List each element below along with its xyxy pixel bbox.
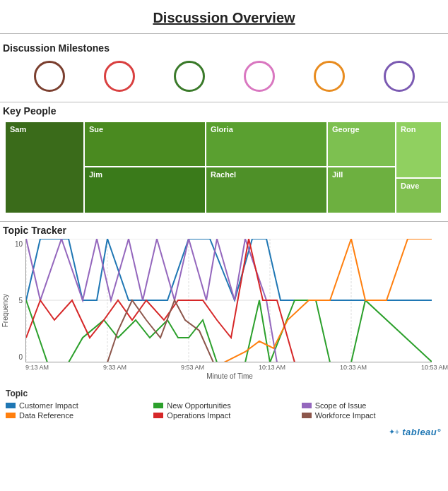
milestone-circle-1 bbox=[104, 61, 135, 92]
chart-inner: 10 5 0 bbox=[11, 239, 448, 383]
legend-label-1: New Opportunities bbox=[167, 401, 231, 410]
legend-label-3: Data Reference bbox=[19, 411, 73, 420]
chart-container: Frequency 10 5 0 bbox=[0, 239, 448, 383]
y-axis-label: Frequency bbox=[0, 294, 11, 327]
topic-tracker-label: Topic Tracker bbox=[0, 222, 448, 239]
milestones-label: Discussion Milestones bbox=[0, 40, 448, 57]
treemap-cell-sue: Sue bbox=[85, 122, 205, 166]
y-tick-5: 5 bbox=[18, 297, 23, 304]
legend-title: Topic bbox=[6, 389, 442, 398]
legend-grid: Customer ImpactNew OpportunitiesScope of… bbox=[6, 401, 442, 420]
legend-item-3: Data Reference bbox=[6, 411, 146, 420]
topic-chart-svg bbox=[25, 239, 432, 362]
treemap-cell-jill: Jill bbox=[328, 167, 395, 213]
milestone-circle-5 bbox=[384, 61, 415, 92]
legend-label-2: Scope of Issue bbox=[315, 401, 367, 410]
x-label-5: 10:33 AM bbox=[340, 364, 367, 371]
x-axis-title: Minute of Time bbox=[11, 372, 448, 380]
key-people-section: Key People SamSueJimGloriaRachelGeorgeJi… bbox=[0, 102, 448, 222]
y-tick-10: 10 bbox=[15, 240, 23, 248]
treemap-col-3: GeorgeJill bbox=[328, 122, 395, 215]
legend-color-2 bbox=[302, 403, 312, 408]
treemap-cell-ron: Ron bbox=[396, 122, 441, 177]
chart-svg-row: 10 5 0 bbox=[11, 239, 448, 362]
x-label-1: 9:13 AM bbox=[25, 364, 49, 371]
treemap-cell-jim: Jim bbox=[85, 167, 205, 213]
legend-item-0: Customer Impact bbox=[6, 401, 146, 410]
legend-color-4 bbox=[153, 413, 163, 418]
treemap-col-4: RonDave bbox=[396, 122, 441, 215]
milestones-row bbox=[0, 57, 448, 96]
legend-color-3 bbox=[6, 413, 16, 418]
legend-color-0 bbox=[6, 403, 16, 408]
page-title: Discussion Overview bbox=[0, 0, 448, 33]
legend-label-0: Customer Impact bbox=[19, 401, 78, 410]
legend-item-2: Scope of Issue bbox=[302, 401, 442, 410]
milestone-circle-4 bbox=[314, 61, 345, 92]
treemap-col-0: Sam bbox=[6, 122, 83, 215]
key-people-label: Key People bbox=[0, 102, 448, 119]
tableau-logo-icon: ✦+ bbox=[389, 427, 399, 437]
treemap-cell-rachel: Rachel bbox=[206, 167, 326, 213]
milestone-circle-2 bbox=[174, 61, 205, 92]
legend-item-1: New Opportunities bbox=[153, 401, 294, 410]
topic-tracker-section: Topic Tracker Frequency 10 5 0 bbox=[0, 222, 448, 386]
milestones-section: Discussion Milestones bbox=[0, 33, 448, 102]
treemap: SamSueJimGloriaRachelGeorgeJillRonDave bbox=[6, 122, 441, 215]
tableau-logo-text: tableau° bbox=[402, 427, 441, 437]
x-label-3: 9:53 AM bbox=[181, 364, 204, 371]
y-ticks: 10 5 0 bbox=[11, 239, 25, 362]
x-axis-labels: 9:13 AM 9:33 AM 9:53 AM 10:13 AM 10:33 A… bbox=[25, 362, 448, 372]
y-tick-0: 0 bbox=[18, 353, 23, 361]
milestone-circle-3 bbox=[244, 61, 275, 92]
legend-item-4: Operations Impact bbox=[153, 411, 294, 420]
legend-color-1 bbox=[153, 403, 163, 408]
treemap-cell-george: George bbox=[328, 122, 395, 166]
tableau-footer: ✦+ tableau° bbox=[0, 422, 448, 440]
treemap-col-1: SueJim bbox=[85, 122, 205, 215]
legend-label-4: Operations Impact bbox=[167, 411, 230, 420]
x-label-6: 10:53 AM bbox=[421, 364, 448, 371]
legend-section: Topic Customer ImpactNew OpportunitiesSc… bbox=[0, 386, 448, 422]
treemap-col-2: GloriaRachel bbox=[206, 122, 326, 215]
x-label-4: 10:13 AM bbox=[259, 364, 285, 371]
legend-label-5: Workforce Impact bbox=[315, 411, 376, 420]
treemap-cell-gloria: Gloria bbox=[206, 122, 326, 166]
legend-color-5 bbox=[302, 413, 312, 418]
treemap-cell-sam: Sam bbox=[6, 122, 83, 213]
x-label-2: 9:33 AM bbox=[103, 364, 126, 371]
legend-item-5: Workforce Impact bbox=[302, 411, 442, 420]
treemap-cell-dave: Dave bbox=[396, 179, 441, 213]
milestone-circle-0 bbox=[34, 61, 65, 92]
